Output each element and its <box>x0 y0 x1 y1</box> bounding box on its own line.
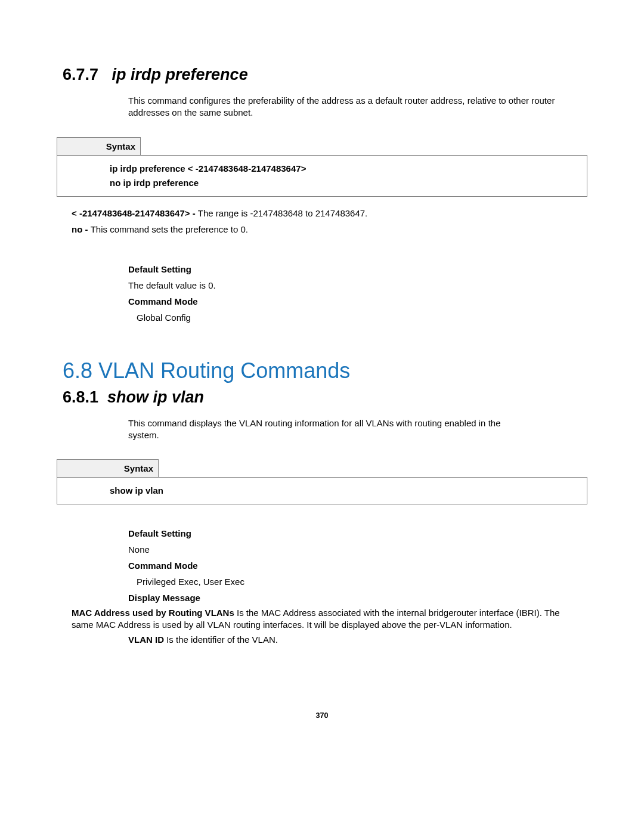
syntax-line: ip irdp preference < -2147483648-2147483… <box>110 162 581 176</box>
syntax-body: ip irdp preference < -2147483648-2147483… <box>57 155 587 196</box>
document-page: 6.7.7 ip irdp preference This command co… <box>0 0 644 833</box>
page-number: 370 <box>0 711 644 720</box>
syntax-table-681: Syntax show ip vlan <box>57 459 587 504</box>
command-mode-heading: Command Mode <box>128 293 587 309</box>
section-681-desc: This command displays the VLAN routing i… <box>128 417 569 442</box>
desc-line: This command displays the VLAN routing i… <box>128 418 501 428</box>
section-heading-68: 6.8 VLAN Routing Commands <box>63 358 587 383</box>
syntax-label: Syntax <box>57 460 159 478</box>
settings-block-677: Default Setting The default value is 0. … <box>128 261 587 326</box>
default-setting-value: None <box>128 541 587 558</box>
command-mode-value: Global Config <box>128 309 587 326</box>
syntax-table-677: Syntax ip irdp preference < -2147483648-… <box>57 137 587 197</box>
display-message-body: MAC Address used by Routing VLANs Is the… <box>72 607 572 631</box>
syntax-label: Syntax <box>57 137 141 155</box>
vlan-id-row: VLAN ID Is the identifier of the VLAN. <box>128 634 569 646</box>
command-mode-value: Privileged Exec, User Exec <box>128 574 587 590</box>
vlan-id-text: Is the identifier of the VLAN. <box>166 634 278 645</box>
section-677-desc: This command configures the preferabilit… <box>128 95 569 119</box>
default-setting-heading: Default Setting <box>128 525 587 541</box>
command-mode-heading: Command Mode <box>128 558 587 574</box>
section-title: ip irdp preference <box>112 66 248 83</box>
param-name: < -2147483648-2147483647> - <box>72 208 198 218</box>
syntax-line: no ip irdp preference <box>110 176 581 190</box>
section-heading-681: 6.8.1 show ip vlan <box>63 388 587 407</box>
section-title: show ip vlan <box>107 388 204 406</box>
desc-line: system. <box>128 430 159 440</box>
settings-block-681: Default Setting None Command Mode Privil… <box>128 525 587 606</box>
param-row: < -2147483648-2147483647> - The range is… <box>72 205 587 221</box>
param-text: This command sets the preference to 0. <box>91 224 248 234</box>
param-row: no - This command sets the preference to… <box>72 221 587 237</box>
section-number: 6.7.7 <box>63 66 98 83</box>
display-message-heading: Display Message <box>128 590 587 606</box>
section-heading-677: 6.7.7 ip irdp preference <box>63 66 587 84</box>
default-setting-heading: Default Setting <box>128 261 587 277</box>
param-block-677: < -2147483648-2147483647> - The range is… <box>72 205 587 237</box>
vlan-id-label: VLAN ID <box>128 634 166 645</box>
section-number: 6.8.1 <box>63 388 98 406</box>
param-text: The range is -2147483648 to 2147483647. <box>198 208 367 218</box>
syntax-body: show ip vlan <box>57 478 587 504</box>
syntax-line: show ip vlan <box>110 484 581 498</box>
param-name: no - <box>72 224 91 234</box>
default-setting-value: The default value is 0. <box>128 277 587 293</box>
mac-address-label: MAC Address used by Routing VLANs <box>72 608 237 618</box>
